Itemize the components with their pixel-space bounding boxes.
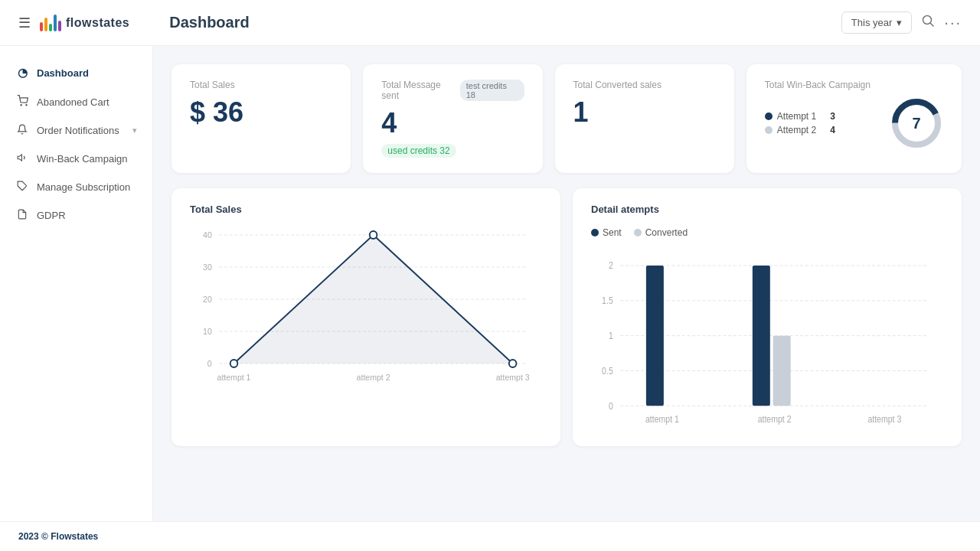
svg-text:20: 20 bbox=[203, 295, 212, 304]
donut-chart: 7 bbox=[890, 96, 943, 150]
card-label: Total Message sent bbox=[381, 80, 459, 101]
winback-card: Total Win-Back Campaign Attempt 1 3 Atte… bbox=[746, 64, 962, 173]
sent-label: Sent bbox=[603, 227, 622, 238]
svg-text:attempt 2: attempt 2 bbox=[357, 373, 390, 382]
svg-rect-38 bbox=[773, 336, 791, 406]
svg-rect-37 bbox=[753, 266, 770, 406]
logo-text: flowstates bbox=[66, 16, 129, 30]
main-content: Total Sales $ 36 Total Message sent test… bbox=[153, 46, 980, 521]
footer: 2023 © Flowstates bbox=[0, 521, 980, 551]
used-credits-badge: used credits 32 bbox=[381, 144, 456, 158]
attempt2-value: 4 bbox=[821, 125, 835, 135]
winback-legends: Attempt 1 3 Attempt 2 4 bbox=[765, 111, 835, 135]
sent-dot bbox=[591, 229, 599, 236]
sidebar-item-dashboard[interactable]: ◔ Dashboard bbox=[0, 58, 152, 87]
card-label: Total Win-Back Campaign bbox=[765, 80, 943, 90]
chevron-down-icon: ▾ bbox=[132, 126, 137, 135]
logo-bars bbox=[40, 15, 61, 31]
header-left: ☰ flowstates Dashboard bbox=[18, 14, 250, 31]
svg-line-1 bbox=[931, 24, 934, 27]
charts-row: Total Sales 40 30 20 10 0 bbox=[172, 188, 962, 446]
attempt2-dot bbox=[765, 126, 773, 134]
sent-legend: Sent bbox=[591, 227, 622, 238]
logo: flowstates bbox=[40, 15, 129, 31]
more-options-icon[interactable]: ··· bbox=[944, 14, 962, 31]
bell-icon bbox=[15, 124, 29, 137]
sidebar-item-label: Win-Back Campaign bbox=[37, 153, 128, 165]
attempt2-legend: Attempt 2 4 bbox=[765, 125, 835, 135]
svg-point-21 bbox=[370, 231, 377, 239]
svg-text:attempt 1: attempt 1 bbox=[217, 373, 251, 382]
dashboard-icon: ◔ bbox=[15, 66, 29, 80]
bar-chart-area: 2 1.5 1 0.5 0 bbox=[591, 247, 943, 431]
svg-text:1: 1 bbox=[609, 331, 613, 341]
svg-text:attempt 3: attempt 3 bbox=[867, 414, 901, 424]
footer-brand: Flowstates bbox=[51, 531, 98, 542]
sidebar-item-order-notifications[interactable]: Order Notifications ▾ bbox=[0, 116, 152, 145]
year-label: This year bbox=[851, 17, 892, 28]
tag-icon bbox=[15, 181, 29, 194]
attempt1-label: Attempt 1 bbox=[777, 111, 816, 122]
svg-text:30: 30 bbox=[203, 262, 212, 272]
winback-inner: Attempt 1 3 Attempt 2 4 bbox=[765, 96, 943, 150]
card-value: 4 bbox=[381, 107, 524, 139]
line-chart-card: Total Sales 40 30 20 10 0 bbox=[172, 188, 560, 446]
attempt2-label: Attempt 2 bbox=[777, 125, 816, 135]
svg-text:attempt 1: attempt 1 bbox=[645, 414, 679, 424]
svg-text:2: 2 bbox=[609, 261, 613, 271]
sidebar-item-label: Manage Subscription bbox=[37, 181, 130, 193]
svg-text:attempt 2: attempt 2 bbox=[758, 414, 792, 424]
sidebar-item-manage-subscription[interactable]: Manage Subscription bbox=[0, 173, 152, 201]
svg-text:attempt 3: attempt 3 bbox=[496, 373, 530, 382]
search-icon[interactable] bbox=[921, 14, 935, 31]
svg-text:0: 0 bbox=[609, 401, 613, 411]
total-message-card: Total Message sent test credits 18 4 use… bbox=[363, 64, 542, 173]
sidebar-item-abandoned-cart[interactable]: Abandoned Cart bbox=[0, 87, 152, 116]
card-value: 1 bbox=[573, 96, 716, 129]
svg-marker-4 bbox=[18, 155, 21, 161]
sidebar-item-gdpr[interactable]: GDPR bbox=[0, 201, 152, 230]
attempt1-legend: Attempt 1 3 bbox=[765, 111, 835, 122]
svg-point-2 bbox=[21, 105, 21, 106]
converted-label: Converted bbox=[645, 227, 688, 238]
line-chart-area: 40 30 20 10 0 attempt 1 bbox=[190, 227, 542, 411]
svg-text:0.5: 0.5 bbox=[602, 366, 613, 376]
svg-point-3 bbox=[25, 105, 26, 106]
card-label: Total Sales bbox=[190, 80, 332, 90]
megaphone-icon bbox=[15, 152, 29, 165]
svg-text:1.5: 1.5 bbox=[602, 296, 613, 306]
sidebar: ◔ Dashboard Abandoned Cart Order Notific… bbox=[0, 46, 153, 521]
total-sales-card: Total Sales $ 36 bbox=[172, 64, 351, 173]
card-value: $ 36 bbox=[190, 96, 332, 129]
sidebar-item-label: Dashboard bbox=[37, 67, 89, 79]
document-icon bbox=[15, 209, 29, 222]
chevron-down-icon: ▾ bbox=[897, 17, 902, 28]
layout: ◔ Dashboard Abandoned Cart Order Notific… bbox=[0, 46, 980, 521]
svg-rect-36 bbox=[646, 266, 664, 406]
attempt1-dot bbox=[765, 112, 773, 120]
hamburger-icon[interactable]: ☰ bbox=[18, 15, 31, 31]
footer-text: 2023 © bbox=[18, 531, 51, 542]
bar-legend: Sent Converted bbox=[591, 227, 943, 238]
converted-legend: Converted bbox=[634, 227, 688, 238]
header: ☰ flowstates Dashboard This year ▾ ··· bbox=[0, 0, 980, 46]
sidebar-item-label: Order Notifications bbox=[37, 125, 119, 136]
svg-text:40: 40 bbox=[203, 230, 212, 240]
svg-point-0 bbox=[923, 16, 932, 24]
test-credits-badge: test credits 18 bbox=[460, 80, 524, 101]
card-label: Total Converted sales bbox=[573, 80, 716, 90]
bar-chart-title: Detail atempts bbox=[591, 204, 943, 215]
svg-text:0: 0 bbox=[207, 359, 212, 368]
svg-point-22 bbox=[509, 360, 517, 367]
svg-text:10: 10 bbox=[203, 327, 212, 336]
card-header: Total Message sent test credits 18 bbox=[381, 80, 524, 107]
converted-dot bbox=[634, 229, 642, 236]
sidebar-item-label: Abandoned Cart bbox=[37, 96, 109, 108]
svg-point-20 bbox=[230, 360, 238, 367]
bar-chart-card: Detail atempts Sent Converted bbox=[573, 188, 962, 446]
year-selector[interactable]: This year ▾ bbox=[841, 11, 912, 34]
line-chart-title: Total Sales bbox=[190, 204, 542, 215]
cart-icon bbox=[15, 95, 29, 109]
sidebar-item-win-back-campaign[interactable]: Win-Back Campaign bbox=[0, 145, 152, 173]
sidebar-item-label: GDPR bbox=[37, 210, 66, 221]
